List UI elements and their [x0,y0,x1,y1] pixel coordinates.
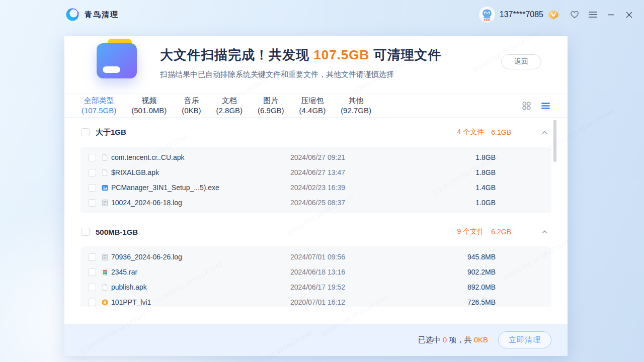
scan-result-header: 大文件扫描完成！共发现 107.5GB 可清理文件 扫描结果中已自动排除系统关键… [64,36,568,94]
rar-file-icon [101,268,109,276]
file-date: 2024/07/01 09:56 [290,253,406,261]
file-row[interactable]: $RIXALGB.apk2024/06/27 13:471.8GB [80,165,551,180]
file-row[interactable]: PCManager_3IN1_Setup_...5).exe2024/02/23… [80,180,551,195]
section-total-size: 6.2GB [491,228,511,236]
tab-size: (92.7GB) [341,106,371,115]
tab-archive[interactable]: 压缩包(4.4GB) [299,96,326,115]
log-file-icon [101,253,109,261]
vip-badge-icon[interactable] [547,9,559,21]
account-number: 137****7085 [500,10,543,19]
tab-label: 全部类型 [82,96,116,105]
list-view-icon[interactable] [540,101,550,111]
app-logo-bird-icon [65,8,79,22]
file-name: $RIXALGB.apk [111,168,290,176]
app-brand: 青鸟清理 [65,8,119,22]
file-size: 945.8MB [406,253,496,261]
section-summary: 9 个文件6.2GB [457,227,548,236]
tab-size: (107.5GB) [82,106,116,115]
tab-all[interactable]: 全部类型(107.5GB) [82,96,116,115]
file-checkbox[interactable] [89,184,96,192]
file-row[interactable]: 2345.rar2024/06/18 13:16902.2MB [80,264,551,280]
file-row-group: com.tencent.cr..CU.apk2024/06/27 09:211.… [80,147,551,213]
file-checkbox[interactable] [89,199,96,207]
tab-label: 音乐 [182,96,201,105]
selection-summary: 已选中 0 项，共 0KB [418,335,488,345]
file-checkbox[interactable] [89,284,96,291]
page-title: 大文件扫描完成！共发现 107.5GB 可清理文件 [160,46,442,64]
apk-file-icon [101,154,109,161]
file-row[interactable]: 10024_2024-06-18.log2024/06/25 08:371.0G… [80,195,551,210]
apk-file-icon [101,284,109,291]
folder-icon [93,37,141,83]
clean-now-button[interactable]: 立即清理 [498,331,551,348]
section-total-size: 6.1GB [491,128,511,136]
cleanable-size-highlight: 107.5GB [313,47,369,62]
tab-label: 视频 [131,96,167,105]
log-file-icon [101,199,109,207]
section-file-count: 9 个文件 [457,227,485,236]
tab-size: (4.4GB) [299,106,326,115]
close-icon[interactable] [623,9,635,21]
section-checkbox[interactable] [82,128,90,136]
tab-label: 图片 [258,96,284,105]
section-title: 大于1GB [96,128,126,137]
svg-text:2345: 2345 [484,19,491,22]
file-row[interactable]: 101PPT_lvi12020/07/01 16:12726.5MB [80,295,551,307]
section-title: 500MB-1GB [96,228,138,236]
file-checkbox[interactable] [89,253,96,261]
file-date: 2024/06/17 19:52 [290,283,406,291]
file-checkbox[interactable] [89,169,96,176]
back-button[interactable]: 返回 [501,54,541,69]
tab-size: (0KB) [182,106,201,115]
file-list: 大于1GB4 个文件6.1GBcom.tencent.cr..CU.apk202… [64,118,568,307]
chevron-up-icon[interactable] [541,129,548,136]
file-checkbox[interactable] [89,154,96,161]
file-name: 2345.rar [111,268,290,276]
tab-label: 其他 [341,96,371,105]
file-size: 1.4GB [406,184,496,192]
tab-label: 压缩包 [299,96,326,105]
tab-video[interactable]: 视频(501.0MB) [131,96,167,115]
page-subtitle: 扫描结果中已自动排除系统关键文件和重要文件，其他文件请谨慎选择 [160,70,442,79]
file-date: 2024/06/18 13:16 [290,268,406,276]
user-avatar[interactable]: 2345 [479,7,495,22]
bottom-action-bar: 已选中 0 项，共 0KB 立即清理 [64,324,568,356]
file-date: 2024/06/25 08:37 [290,199,406,207]
file-date: 2020/07/01 16:12 [290,298,406,306]
scrollbar-thumb[interactable] [553,120,556,162]
file-date: 2024/06/27 09:21 [290,153,406,161]
file-row[interactable]: com.tencent.cr..CU.apk2024/06/27 09:211.… [80,150,551,165]
section-file-count: 4 个文件 [457,128,485,137]
apk-file-icon [101,169,109,176]
file-checkbox[interactable] [89,299,96,306]
file-size: 1.8GB [406,168,496,176]
file-size: 902.2MB [406,268,496,276]
tab-image[interactable]: 图片(6.9GB) [258,96,284,115]
file-date: 2024/02/23 16:39 [290,184,406,192]
minimize-icon[interactable] [605,9,617,21]
file-name: 101PPT_lvi1 [111,298,290,306]
ppt-file-icon [101,299,109,306]
section-header: 大于1GB4 个文件6.1GB [64,118,568,147]
chevron-up-icon[interactable] [541,228,548,235]
tab-music[interactable]: 音乐(0KB) [182,96,201,115]
main-card: 大文件扫描完成！共发现 107.5GB 可清理文件 扫描结果中已自动排除系统关键… [64,36,568,356]
menu-icon[interactable] [587,9,599,21]
tab-size: (2.8GB) [216,106,243,115]
file-row[interactable]: 70936_2024-06-26.log2024/07/01 09:56945.… [80,249,551,264]
favorite-heart-icon[interactable] [569,9,581,21]
section-summary: 4 个文件6.1GB [457,128,548,137]
tab-label: 文档 [216,96,243,105]
tab-size: (501.0MB) [131,106,167,115]
grid-view-icon[interactable] [521,101,531,111]
section-checkbox[interactable] [82,228,90,236]
titlebar: 青鸟清理 2345 137****7085 [0,0,644,29]
file-row[interactable]: publish.apk2024/06/17 19:52892.0MB [80,280,551,295]
tab-size: (6.9GB) [258,106,284,115]
tab-document[interactable]: 文档(2.8GB) [216,96,243,115]
selected-size: 0KB [474,335,488,344]
tab-other[interactable]: 其他(92.7GB) [341,96,371,115]
view-toggles [521,101,550,111]
file-row-group: 70936_2024-06-26.log2024/07/01 09:56945.… [80,246,551,307]
file-checkbox[interactable] [89,268,96,276]
